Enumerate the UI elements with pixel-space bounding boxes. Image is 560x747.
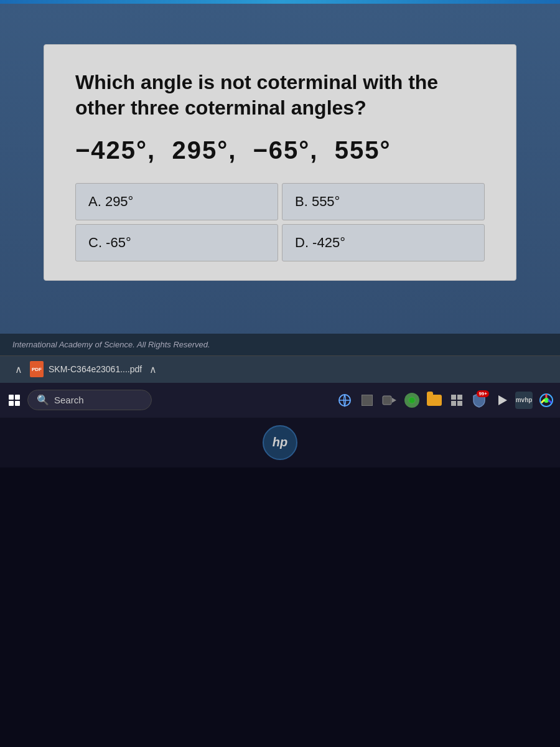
angles-display: −425°, 295°, −65°, 555° [75,136,485,164]
app-circle-icon [404,393,419,408]
footer-bar: International Academy of Science. All Ri… [0,334,560,355]
chrome-icon-svg [539,393,554,408]
answer-option-c[interactable]: C. -65° [75,224,278,261]
taskbar-search-bar[interactable]: 🔍 Search [27,390,152,410]
pdf-filename: SKM-C364e23061....pdf [49,364,142,374]
answer-grid: A. 295° B. 555° C. -65° D. -425° [75,183,485,261]
svg-point-4 [409,397,415,403]
answer-option-d[interactable]: D. -425° [282,224,485,261]
taskbar-mvhp-icon[interactable]: mvhp [515,392,533,409]
notification-badge: 99+ [477,390,489,397]
search-icon: 🔍 [37,394,49,406]
windows-start-button[interactable] [5,392,24,408]
browser-icon-svg [338,393,352,407]
answer-option-a[interactable]: A. 295° [75,183,278,220]
main-content: Which angle is not coterminal with the o… [0,4,560,334]
svg-rect-2 [383,396,391,405]
expand-chevron[interactable]: ∧ [147,361,159,378]
copyright-text: International Academy of Science. All Ri… [12,340,210,349]
screen: Which angle is not coterminal with the o… [0,0,560,747]
folder-icon [427,395,442,406]
play-icon [498,395,507,405]
svg-rect-8 [457,401,462,406]
hp-logo-circle: hp [263,425,297,460]
hp-logo-text: hp [273,435,287,449]
square-icon [362,395,373,406]
taskbar-square-icon[interactable] [358,392,376,409]
taskbar-browser-icon[interactable] [336,392,353,409]
taskbar: 🔍 Search [0,383,560,418]
download-bar: ∧ PDF SKM-C364e23061....pdf ∧ [0,355,560,383]
svg-marker-3 [392,398,396,403]
bottom-dark-bar [0,467,560,748]
taskbar-icons: 99+ mvhp [336,392,555,409]
taskbar-video-icon[interactable] [381,392,398,409]
search-label: Search [54,395,84,405]
hp-logo-area: hp [0,418,560,467]
taskbar-chrome-icon[interactable] [538,392,555,409]
question-card: Which angle is not coterminal with the o… [44,44,516,281]
grid-icon-svg [450,393,464,407]
svg-line-13 [541,400,544,403]
windows-icon [9,395,20,406]
svg-rect-5 [451,395,456,400]
taskbar-play-icon[interactable] [493,392,510,409]
taskbar-folder-icon[interactable] [426,392,443,409]
svg-line-12 [548,400,551,403]
question-text: Which angle is not coterminal with the o… [75,70,485,121]
taskbar-shield-icon[interactable]: 99+ [470,392,488,409]
svg-rect-7 [451,401,456,406]
svg-rect-6 [457,395,462,400]
taskbar-app-icon-1[interactable] [403,392,421,409]
answer-option-b[interactable]: B. 555° [282,183,485,220]
collapse-chevron[interactable]: ∧ [12,361,25,378]
pdf-icon: PDF [30,361,44,377]
taskbar-grid-icon[interactable] [448,392,465,409]
video-icon-svg [382,395,397,406]
mvhp-label: mvhp [516,397,533,403]
